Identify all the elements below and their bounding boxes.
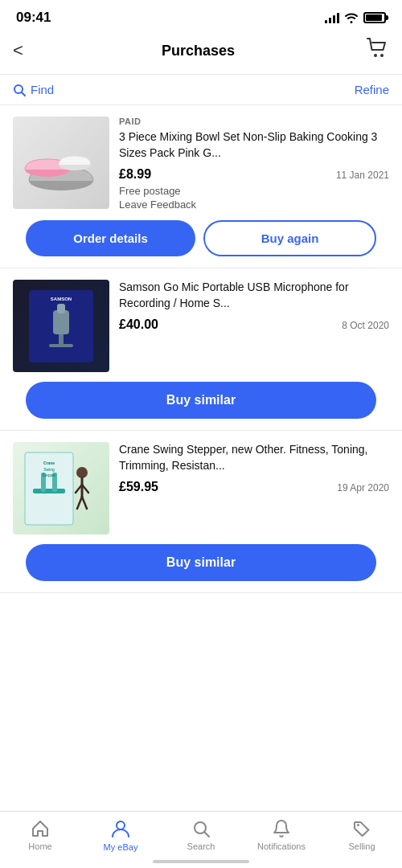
back-button[interactable]: < xyxy=(13,37,30,64)
svg-line-22 xyxy=(77,497,82,509)
nav-home-label: Home xyxy=(28,841,51,851)
svg-text:SAMSON: SAMSON xyxy=(51,297,72,301)
find-label: Find xyxy=(31,83,54,96)
product-row-3: Crane Swing Stepper Crane Swing Stepper,… xyxy=(13,442,389,544)
svg-text:Stepper: Stepper xyxy=(42,473,56,477)
buy-again-button-1[interactable]: Buy again xyxy=(203,220,376,256)
find-button[interactable]: Find xyxy=(13,83,54,96)
search-icon xyxy=(191,819,211,838)
person-icon xyxy=(110,818,131,839)
product-price-row-1: £8.99 11 Jan 2021 xyxy=(119,167,389,182)
product-image-1 xyxy=(13,117,109,209)
buy-similar-button-2[interactable]: Buy similar xyxy=(26,544,376,581)
product-price-2: £40.00 xyxy=(119,317,158,332)
purchase-item-2: SAMSON Samson Go Mic Portable USB Microp… xyxy=(0,268,402,431)
product-info-1: PAID 3 Piece Mixing Bowl Set Non-Slip Ba… xyxy=(119,117,389,211)
buy-similar-button-1[interactable]: Buy similar xyxy=(26,382,376,419)
product-status-1: PAID xyxy=(119,117,389,126)
purchases-list: PAID 3 Piece Mixing Bowl Set Non-Slip Ba… xyxy=(0,105,402,665)
nav-search-label: Search xyxy=(187,841,215,851)
svg-text:Swing: Swing xyxy=(43,467,55,472)
svg-text:Crane: Crane xyxy=(43,461,55,465)
svg-point-27 xyxy=(117,821,125,829)
purchase-item-1: PAID 3 Piece Mixing Bowl Set Non-Slip Ba… xyxy=(0,105,402,268)
purchase-item-3: Crane Swing Stepper Crane Swing Stepper,… xyxy=(0,431,402,593)
nav-notifications[interactable]: Notifications xyxy=(241,819,322,851)
home-indicator xyxy=(153,860,249,863)
svg-rect-15 xyxy=(33,489,65,493)
product-title-1: 3 Piece Mixing Bowl Set Non-Slip Baking … xyxy=(119,129,389,161)
nav-home[interactable]: Home xyxy=(0,819,80,851)
svg-line-23 xyxy=(82,497,87,509)
product-row-1: PAID 3 Piece Mixing Bowl Set Non-Slip Ba… xyxy=(13,117,389,220)
svg-point-18 xyxy=(76,467,88,478)
svg-rect-10 xyxy=(59,334,64,344)
nav-notifications-label: Notifications xyxy=(257,841,306,851)
nav-myebay[interactable]: My eBay xyxy=(80,818,161,852)
svg-rect-9 xyxy=(57,304,65,313)
product-info-3: Crane Swing Stepper, new Other. Fitness,… xyxy=(119,442,389,534)
svg-rect-8 xyxy=(53,310,69,334)
refine-button[interactable]: Refine xyxy=(355,83,389,96)
svg-point-1 xyxy=(380,54,384,57)
order-details-button[interactable]: Order details xyxy=(26,220,195,256)
search-filter-bar: Find Refine xyxy=(0,75,402,105)
battery-icon xyxy=(363,12,386,23)
product-date-2: 8 Oct 2020 xyxy=(342,320,389,331)
product-price-row-3: £59.95 19 Apr 2020 xyxy=(119,480,389,494)
product-price-3: £59.95 xyxy=(119,480,158,494)
svg-line-29 xyxy=(205,833,210,837)
product-image-3: Crane Swing Stepper xyxy=(13,442,109,534)
product-row-2: SAMSON Samson Go Mic Portable USB Microp… xyxy=(13,280,389,382)
product-title-2: Samson Go Mic Portable USB Microphone fo… xyxy=(119,280,389,311)
nav-selling[interactable]: Selling xyxy=(322,819,402,851)
product-info-2: Samson Go Mic Portable USB Microphone fo… xyxy=(119,280,389,372)
bell-icon xyxy=(272,819,291,838)
tag-icon xyxy=(352,819,371,838)
product-price-1: £8.99 xyxy=(119,167,151,182)
status-icons xyxy=(325,12,386,23)
signal-icon xyxy=(325,12,339,23)
header: < Purchases xyxy=(0,31,402,75)
page-title: Purchases xyxy=(162,43,235,59)
product-date-3: 19 Apr 2020 xyxy=(337,482,389,493)
product-postage-1: Free postage xyxy=(119,185,389,197)
product-title-3: Crane Swing Stepper, new Other. Fitness,… xyxy=(119,442,389,473)
product-price-row-2: £40.00 8 Oct 2020 xyxy=(119,317,389,332)
svg-point-30 xyxy=(357,824,359,826)
product-image-2: SAMSON xyxy=(13,280,109,372)
status-bar: 09:41 xyxy=(0,0,402,31)
svg-line-3 xyxy=(22,92,25,96)
status-time: 09:41 xyxy=(16,10,51,26)
nav-search[interactable]: Search xyxy=(161,819,241,851)
svg-point-0 xyxy=(374,54,377,57)
product-feedback-1[interactable]: Leave Feedback xyxy=(119,199,389,211)
product-date-1: 11 Jan 2021 xyxy=(336,170,389,181)
cart-icon[interactable] xyxy=(367,38,389,63)
product-buttons-1: Order details Buy again xyxy=(13,220,389,268)
wifi-icon xyxy=(344,12,359,23)
nav-selling-label: Selling xyxy=(348,841,375,851)
home-icon xyxy=(31,819,50,838)
nav-myebay-label: My eBay xyxy=(104,842,138,852)
svg-rect-11 xyxy=(49,344,73,347)
